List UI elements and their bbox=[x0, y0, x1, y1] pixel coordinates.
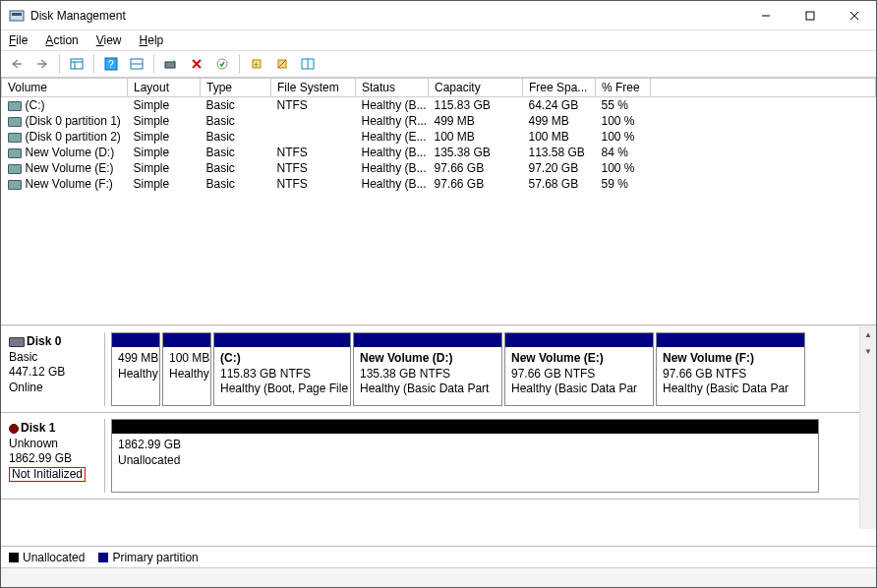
action-2-button[interactable] bbox=[270, 53, 294, 75]
cell-status: Healthy (B... bbox=[356, 145, 429, 160]
col-capacity: Capacity bbox=[429, 79, 523, 97]
cell-layout: Simple bbox=[128, 113, 201, 129]
properties-button[interactable] bbox=[210, 53, 234, 75]
volume-icon bbox=[8, 117, 22, 127]
svg-rect-3 bbox=[806, 12, 814, 20]
show-hide-console-button[interactable] bbox=[65, 53, 88, 75]
table-row[interactable]: (C:)SimpleBasicNTFSHealthy (B...115.83 G… bbox=[2, 97, 876, 114]
disk-row[interactable]: Disk 1Unknown1862.99 GBNot Initialized18… bbox=[1, 413, 876, 500]
cell-capacity: 97.66 GB bbox=[429, 160, 523, 176]
cell-status: Healthy (B... bbox=[356, 160, 429, 176]
minimize-button[interactable] bbox=[743, 1, 788, 29]
partition-name: New Volume (D:) bbox=[360, 351, 496, 367]
disk-icon bbox=[9, 337, 25, 347]
menu-help[interactable]: Help bbox=[140, 33, 164, 47]
vertical-scrollbar[interactable]: ▲ ▼ bbox=[859, 326, 876, 529]
volume-icon bbox=[8, 148, 22, 158]
table-row[interactable]: New Volume (F:)SimpleBasicNTFSHealthy (B… bbox=[2, 176, 876, 192]
volume-list-pane[interactable]: Volume Layout Type File System Status Ca… bbox=[1, 78, 876, 325]
refresh-button[interactable] bbox=[159, 53, 183, 75]
partition-container: 499 MBHealthy (Re100 MBHealthy(C:)115.83… bbox=[105, 332, 872, 406]
menu-action[interactable]: Action bbox=[45, 33, 78, 47]
volume-icon bbox=[8, 133, 22, 143]
table-row[interactable]: (Disk 0 partition 1)SimpleBasicHealthy (… bbox=[2, 113, 876, 129]
cell-layout: Simple bbox=[128, 97, 201, 114]
cell-pct: 100 % bbox=[596, 113, 651, 129]
disk-type: Unknown bbox=[9, 437, 100, 452]
scroll-down-icon[interactable]: ▼ bbox=[860, 343, 876, 360]
window-title: Disk Management bbox=[30, 9, 126, 23]
partition[interactable]: 499 MBHealthy (Re bbox=[111, 332, 160, 406]
action-1-button[interactable]: + bbox=[245, 53, 268, 75]
table-header-row[interactable]: Volume Layout Type File System Status Ca… bbox=[2, 79, 876, 97]
volume-name: New Volume (E:) bbox=[26, 161, 114, 175]
cell-type: Basic bbox=[201, 129, 271, 145]
disk-row[interactable]: Disk 0Basic447.12 GBOnline499 MBHealthy … bbox=[1, 326, 876, 413]
cell-free: 64.24 GB bbox=[523, 97, 596, 114]
disk-type: Basic bbox=[9, 350, 100, 366]
partition-bar bbox=[354, 333, 501, 347]
close-button[interactable] bbox=[832, 1, 876, 29]
view-settings-button[interactable] bbox=[125, 53, 148, 75]
col-status: Status bbox=[356, 79, 429, 97]
cell-type: Basic bbox=[201, 176, 271, 192]
legend-unallocated: Unallocated bbox=[9, 551, 85, 564]
svg-text:?: ? bbox=[108, 59, 114, 70]
cell-fs: NTFS bbox=[271, 97, 356, 114]
partition[interactable]: 1862.99 GBUnallocated bbox=[111, 419, 819, 493]
partition-name: (C:) bbox=[220, 351, 344, 367]
cell-free: 100 MB bbox=[523, 129, 596, 145]
partition-status: Healthy (Basic Data Par bbox=[511, 382, 647, 397]
disk-state: Not Initialized bbox=[9, 467, 100, 483]
cell-pct: 55 % bbox=[596, 97, 651, 114]
partition-bar bbox=[163, 333, 210, 347]
volume-icon bbox=[8, 164, 22, 174]
table-row[interactable]: New Volume (E:)SimpleBasicNTFSHealthy (B… bbox=[2, 160, 876, 176]
partition-bar bbox=[112, 333, 159, 347]
partition[interactable]: 100 MBHealthy bbox=[162, 332, 211, 406]
partition-size: 1862.99 GB bbox=[118, 438, 812, 453]
back-button[interactable] bbox=[5, 53, 29, 75]
menu-file[interactable]: File bbox=[9, 33, 28, 47]
delete-button[interactable] bbox=[185, 53, 208, 75]
col-type: Type bbox=[201, 79, 271, 97]
menu-view[interactable]: View bbox=[96, 33, 122, 47]
volume-name: (Disk 0 partition 1) bbox=[26, 114, 121, 128]
partition-status: Healthy (Re bbox=[118, 367, 153, 382]
cell-type: Basic bbox=[201, 160, 271, 176]
disk-management-window: Disk Management File Action View Help ? … bbox=[0, 0, 877, 588]
table-row[interactable]: New Volume (D:)SimpleBasicNTFSHealthy (B… bbox=[2, 145, 876, 160]
partition[interactable]: New Volume (D:)135.38 GB NTFSHealthy (Ba… bbox=[353, 332, 502, 406]
cell-capacity: 100 MB bbox=[429, 129, 523, 145]
volume-icon bbox=[8, 180, 22, 190]
cell-free: 499 MB bbox=[523, 113, 596, 129]
scroll-up-icon[interactable]: ▲ bbox=[860, 326, 876, 343]
cell-capacity: 97.66 GB bbox=[429, 176, 523, 192]
cell-free: 57.68 GB bbox=[523, 176, 596, 192]
forward-button[interactable] bbox=[30, 53, 54, 75]
cell-free: 97.20 GB bbox=[523, 160, 596, 176]
partition[interactable]: New Volume (F:)97.66 GB NTFSHealthy (Bas… bbox=[656, 332, 805, 406]
volume-name: (Disk 0 partition 2) bbox=[26, 130, 121, 144]
partition[interactable]: New Volume (E:)97.66 GB NTFSHealthy (Bas… bbox=[504, 332, 654, 406]
cell-capacity: 135.38 GB bbox=[429, 145, 523, 160]
graphical-view-pane[interactable]: Disk 0Basic447.12 GBOnline499 MBHealthy … bbox=[1, 325, 876, 546]
disk-info[interactable]: Disk 0Basic447.12 GBOnline bbox=[5, 332, 105, 406]
partition-size: 100 MB bbox=[169, 351, 205, 367]
action-3-button[interactable] bbox=[296, 53, 320, 75]
cell-type: Basic bbox=[201, 113, 271, 129]
help-button[interactable]: ? bbox=[99, 53, 123, 75]
titlebar[interactable]: Disk Management bbox=[1, 1, 876, 30]
maximize-button[interactable] bbox=[788, 1, 832, 29]
cell-status: Healthy (R... bbox=[356, 113, 429, 129]
partition[interactable]: (C:)115.83 GB NTFSHealthy (Boot, Page Fi… bbox=[213, 332, 351, 406]
volume-name: (C:) bbox=[26, 98, 45, 112]
table-row[interactable]: (Disk 0 partition 2)SimpleBasicHealthy (… bbox=[2, 129, 876, 145]
partition-bar bbox=[505, 333, 653, 347]
volume-icon bbox=[8, 101, 22, 111]
disk-info[interactable]: Disk 1Unknown1862.99 GBNot Initialized bbox=[5, 419, 105, 493]
volume-table: Volume Layout Type File System Status Ca… bbox=[1, 78, 876, 192]
toolbar: ? + bbox=[1, 50, 876, 78]
partition-status: Unallocated bbox=[118, 453, 812, 469]
disk-size: 1862.99 GB bbox=[9, 451, 100, 467]
